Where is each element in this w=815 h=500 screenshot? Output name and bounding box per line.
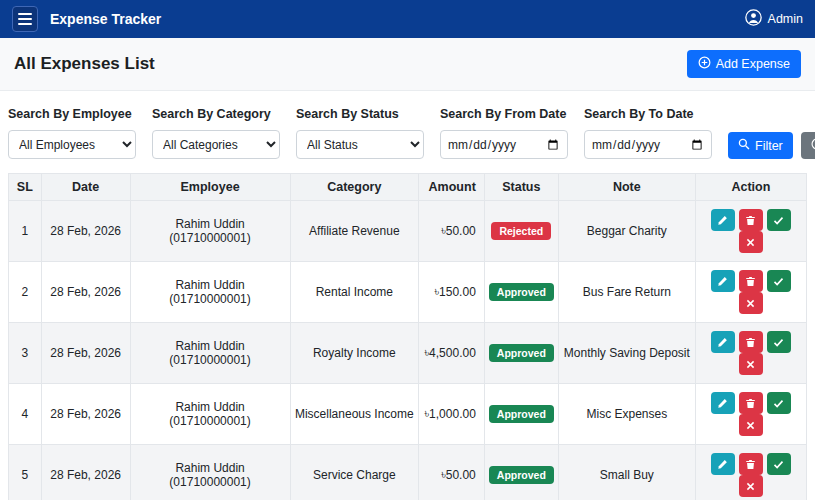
table-row: 228 Feb, 2026Rahim Uddin (01710000001)Re…: [9, 262, 807, 323]
header-action: Action: [695, 174, 806, 201]
edit-button[interactable]: [711, 209, 735, 231]
edit-button[interactable]: [711, 392, 735, 414]
amount-cell: ৳50.00: [419, 445, 485, 500]
header-sl: SL: [9, 174, 42, 201]
delete-button[interactable]: [739, 270, 763, 292]
expenses-table: SLDateEmployeeCategoryAmountStatusNoteAc…: [8, 173, 807, 500]
category-cell: Service Charge: [290, 445, 419, 500]
delete-button[interactable]: [739, 209, 763, 231]
check-icon: [773, 337, 784, 348]
cross-icon: [745, 359, 756, 370]
cross-icon: [745, 237, 756, 248]
filter-button[interactable]: Filter: [728, 132, 793, 159]
approve-button[interactable]: [767, 209, 791, 231]
from-date-input[interactable]: [440, 130, 568, 159]
reject-button[interactable]: [739, 231, 763, 253]
reject-button[interactable]: [739, 475, 763, 497]
action-cell: [695, 323, 806, 384]
header-amount: Amount: [419, 174, 485, 201]
clear-button[interactable]: Clear: [801, 132, 815, 159]
delete-button[interactable]: [739, 453, 763, 475]
date-cell: 28 Feb, 2026: [41, 445, 130, 500]
category-filter-select[interactable]: All Categories: [152, 130, 280, 159]
page-header: All Expenses List Add Expense: [0, 38, 815, 91]
date-cell: 28 Feb, 2026: [41, 262, 130, 323]
amount-cell: ৳150.00: [419, 262, 485, 323]
status-filter-label: Search By Status: [296, 107, 424, 121]
pencil-icon: [717, 215, 728, 226]
table-row: 528 Feb, 2026Rahim Uddin (01710000001)Se…: [9, 445, 807, 500]
category-cell: Affiliate Revenue: [290, 201, 419, 262]
table-row: 428 Feb, 2026Rahim Uddin (01710000001)Mi…: [9, 384, 807, 445]
note-cell: Small Buy: [558, 445, 695, 500]
x-circle-icon: [811, 138, 815, 153]
status-cell: Approved: [484, 262, 558, 323]
navbar: Expense Tracker Admin: [0, 0, 815, 38]
check-icon: [773, 276, 784, 287]
status-cell: Approved: [484, 323, 558, 384]
menu-toggle-button[interactable]: [12, 6, 38, 32]
note-cell: Misc Expenses: [558, 384, 695, 445]
sl-cell: 1: [9, 201, 42, 262]
note-cell: Bus Fare Return: [558, 262, 695, 323]
add-expense-button[interactable]: Add Expense: [687, 50, 801, 78]
user-menu[interactable]: Admin: [745, 9, 803, 29]
plus-circle-icon: [698, 56, 711, 72]
reject-button[interactable]: [739, 414, 763, 436]
pencil-icon: [717, 337, 728, 348]
status-badge: Approved: [489, 466, 554, 484]
status-cell: Approved: [484, 445, 558, 500]
sl-cell: 3: [9, 323, 42, 384]
header-note: Note: [558, 174, 695, 201]
check-icon: [773, 398, 784, 409]
employee-filter-select[interactable]: All Employees: [8, 130, 136, 159]
delete-button[interactable]: [739, 392, 763, 414]
amount-cell: ৳4,500.00: [419, 323, 485, 384]
status-cell: Rejected: [484, 201, 558, 262]
header-category: Category: [290, 174, 419, 201]
approve-button[interactable]: [767, 270, 791, 292]
employee-cell: Rahim Uddin (01710000001): [130, 201, 290, 262]
sl-cell: 5: [9, 445, 42, 500]
reject-button[interactable]: [739, 353, 763, 375]
approve-button[interactable]: [767, 453, 791, 475]
sl-cell: 4: [9, 384, 42, 445]
trash-icon: [745, 215, 756, 226]
category-filter-label: Search By Category: [152, 107, 280, 121]
status-badge: Approved: [489, 344, 554, 362]
status-filter-select[interactable]: All Status: [296, 130, 424, 159]
note-cell: Monthly Saving Deposit: [558, 323, 695, 384]
reject-button[interactable]: [739, 292, 763, 314]
to-date-input[interactable]: [584, 130, 712, 159]
date-cell: 28 Feb, 2026: [41, 323, 130, 384]
to-date-label: Search By To Date: [584, 107, 712, 121]
edit-button[interactable]: [711, 453, 735, 475]
trash-icon: [745, 398, 756, 409]
header-status: Status: [484, 174, 558, 201]
trash-icon: [745, 337, 756, 348]
table-row: 328 Feb, 2026Rahim Uddin (01710000001)Ro…: [9, 323, 807, 384]
pencil-icon: [717, 459, 728, 470]
approve-button[interactable]: [767, 392, 791, 414]
note-cell: Beggar Charity: [558, 201, 695, 262]
user-avatar-icon: [745, 9, 762, 29]
action-cell: [695, 445, 806, 500]
filter-bar: Search By Employee All Employees Search …: [8, 107, 807, 159]
date-cell: 28 Feb, 2026: [41, 384, 130, 445]
employee-filter-label: Search By Employee: [8, 107, 136, 121]
search-icon: [738, 138, 750, 153]
edit-button[interactable]: [711, 270, 735, 292]
from-date-label: Search By From Date: [440, 107, 568, 121]
date-cell: 28 Feb, 2026: [41, 201, 130, 262]
edit-button[interactable]: [711, 331, 735, 353]
check-icon: [773, 215, 784, 226]
approve-button[interactable]: [767, 331, 791, 353]
category-cell: Miscellaneous Income: [290, 384, 419, 445]
trash-icon: [745, 276, 756, 287]
sl-cell: 2: [9, 262, 42, 323]
delete-button[interactable]: [739, 331, 763, 353]
cross-icon: [745, 298, 756, 309]
app-title: Expense Tracker: [50, 11, 161, 27]
employee-cell: Rahim Uddin (01710000001): [130, 262, 290, 323]
category-cell: Royalty Income: [290, 323, 419, 384]
